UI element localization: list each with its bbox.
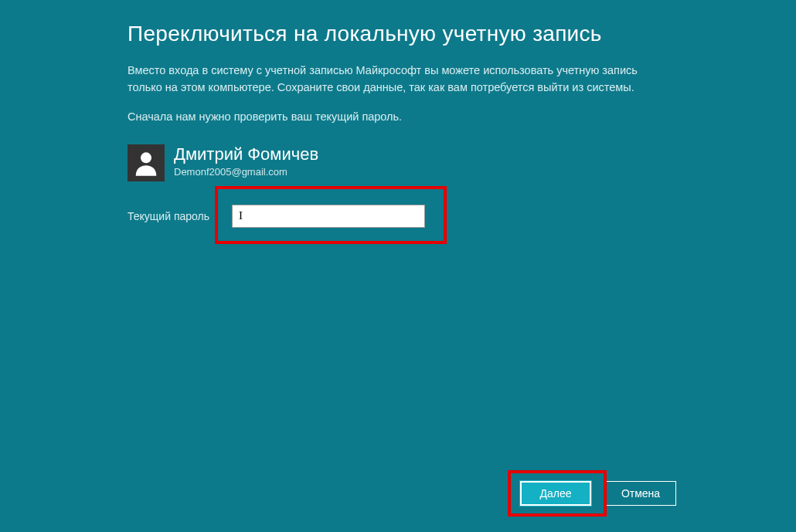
user-email: Demonf2005@gmail.com (174, 166, 318, 178)
cancel-button[interactable]: Отмена (605, 481, 676, 506)
svg-point-0 (141, 152, 151, 163)
next-button[interactable]: Далее (520, 481, 591, 506)
page-subdescription: Сначала нам нужно проверить ваш текущий … (128, 110, 668, 123)
user-row: Дмитрий Фомичев Demonf2005@gmail.com (128, 144, 668, 181)
page-title: Переключиться на локальную учетную запис… (128, 22, 668, 46)
footer-buttons: Далее Отмена (520, 481, 676, 506)
page-description: Вместо входа в систему с учетной записью… (128, 62, 653, 97)
person-icon (131, 147, 162, 178)
user-name: Дмитрий Фомичев (174, 144, 318, 164)
password-label: Текущий пароль (128, 210, 232, 222)
avatar (128, 144, 165, 181)
password-row: Текущий пароль I (128, 205, 668, 228)
current-password-input[interactable] (232, 205, 425, 228)
